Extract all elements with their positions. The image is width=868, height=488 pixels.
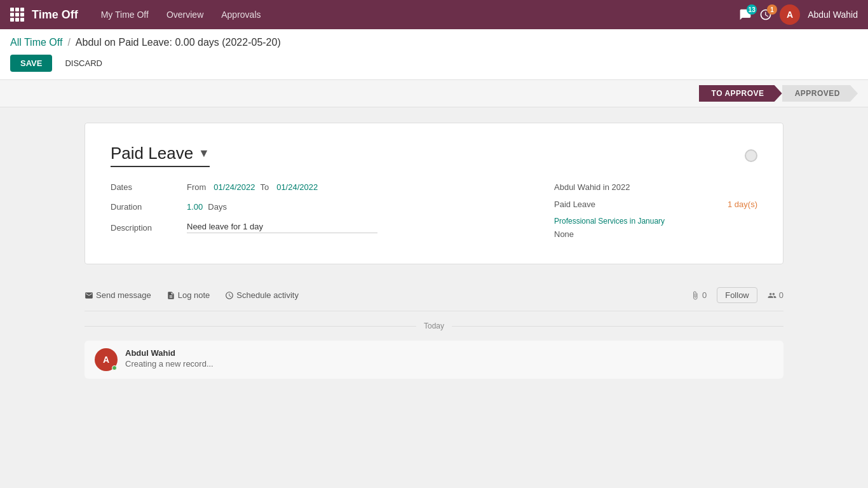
breadcrumb: All Time Off / Abdul on Paid Leave: 0.00… (10, 37, 858, 48)
followers-count: 0 (768, 290, 783, 300)
chatter-right: 0 Follow 0 (691, 287, 783, 303)
from-label: From (187, 182, 206, 192)
timeline-label: Today (424, 322, 444, 330)
to-label: To (260, 182, 269, 192)
save-button[interactable]: SAVE (10, 55, 52, 72)
chatter-actions: Send message Log note Schedule activity … (85, 280, 783, 311)
duration-number[interactable]: 1.00 (187, 202, 203, 212)
description-label: Description (111, 223, 187, 233)
date-to-value[interactable]: 01/24/2022 (276, 182, 318, 192)
log-note-button[interactable]: Log note (166, 290, 210, 300)
main-content: Paid Leave ▼ Dates From 01/24/2022 To 01… (0, 107, 868, 394)
notification-icon-btn[interactable]: 1 (759, 8, 772, 21)
schedule-activity-button[interactable]: Schedule activity (225, 290, 299, 300)
message-text: Creating a new record... (125, 359, 773, 369)
dates-row: Dates From 01/24/2022 To 01/24/2022 (111, 182, 503, 192)
form-card: Paid Leave ▼ Dates From 01/24/2022 To 01… (85, 123, 783, 264)
duration-row: Duration 1.00 Days (111, 202, 503, 212)
page-header: All Time Off / Abdul on Paid Leave: 0.00… (0, 29, 868, 80)
status-bar: TO APPROVE APPROVED (0, 80, 868, 107)
user-avatar[interactable]: A (780, 4, 800, 25)
timeline-today: Today (85, 311, 783, 341)
dates-label: Dates (111, 182, 187, 192)
message-item: A Abdul Wahid Creating a new record... (85, 341, 783, 379)
section-value: None (554, 229, 757, 239)
online-indicator (112, 365, 117, 370)
timeline-line-left (85, 326, 416, 327)
user-name: Abdul Wahid (808, 10, 858, 20)
duration-label: Duration (111, 202, 187, 212)
clip-count: 0 (691, 290, 707, 300)
section-label: Professional Services in January (554, 217, 757, 226)
form-section: Dates From 01/24/2022 To 01/24/2022 Dura… (111, 182, 757, 243)
date-from-value[interactable]: 01/24/2022 (214, 182, 255, 192)
chatter: Send message Log note Schedule activity … (85, 280, 783, 379)
status-steps: TO APPROVE APPROVED (699, 85, 858, 102)
timeline-line-right (452, 326, 783, 327)
status-indicator-circle (745, 149, 757, 162)
chat-badge: 13 (747, 4, 757, 15)
follow-button[interactable]: Follow (717, 287, 757, 303)
breadcrumb-current: Abdul on Paid Leave: 0.00 days (2022-05-… (76, 37, 281, 48)
duration-unit: Days (208, 202, 227, 212)
status-to-approve[interactable]: TO APPROVE (699, 85, 782, 102)
top-navigation: Time Off My Time Off Overview Approvals … (0, 0, 868, 29)
message-avatar: A (95, 348, 118, 371)
app-title: Time Off (32, 8, 78, 22)
breadcrumb-link[interactable]: All Time Off (10, 37, 62, 48)
form-right: Abdul Wahid in 2022 Paid Leave 1 day(s) … (554, 182, 757, 243)
apps-menu-icon[interactable] (10, 8, 24, 22)
leave-type-row: Paid Leave ▼ (111, 144, 757, 167)
approvals-nav[interactable]: Approvals (214, 7, 268, 22)
dates-value: From 01/24/2022 To 01/24/2022 (187, 182, 318, 192)
leave-type-dropdown-icon: ▼ (198, 147, 210, 160)
message-content: Abdul Wahid Creating a new record... (125, 348, 773, 371)
breadcrumb-separator: / (67, 37, 70, 48)
description-row: Description Need leave for 1 day (111, 222, 503, 233)
duration-value: 1.00 Days (187, 202, 227, 212)
my-time-off-nav[interactable]: My Time Off (93, 7, 156, 22)
form-left: Dates From 01/24/2022 To 01/24/2022 Dura… (111, 182, 503, 243)
paid-leave-label: Paid Leave (554, 200, 595, 209)
send-message-button[interactable]: Send message (85, 290, 151, 300)
message-author: Abdul Wahid (125, 348, 773, 358)
paid-leave-row: Paid Leave 1 day(s) (554, 200, 757, 209)
status-approved[interactable]: APPROVED (782, 85, 858, 102)
summary-title: Abdul Wahid in 2022 (554, 182, 757, 192)
nav-right: 13 1 A Abdul Wahid (739, 4, 858, 25)
top-menu: My Time Off Overview Approvals (93, 7, 739, 22)
description-value[interactable]: Need leave for 1 day (187, 222, 377, 233)
discard-button[interactable]: DISCARD (57, 55, 110, 72)
leave-type-select[interactable]: Paid Leave ▼ (111, 144, 210, 167)
notif-badge: 1 (767, 4, 777, 15)
overview-nav[interactable]: Overview (159, 7, 211, 22)
leave-type-title: Paid Leave (111, 144, 193, 163)
chat-icon-btn[interactable]: 13 (739, 8, 752, 21)
action-buttons: SAVE DISCARD (10, 55, 858, 79)
paid-leave-value: 1 day(s) (728, 200, 757, 209)
